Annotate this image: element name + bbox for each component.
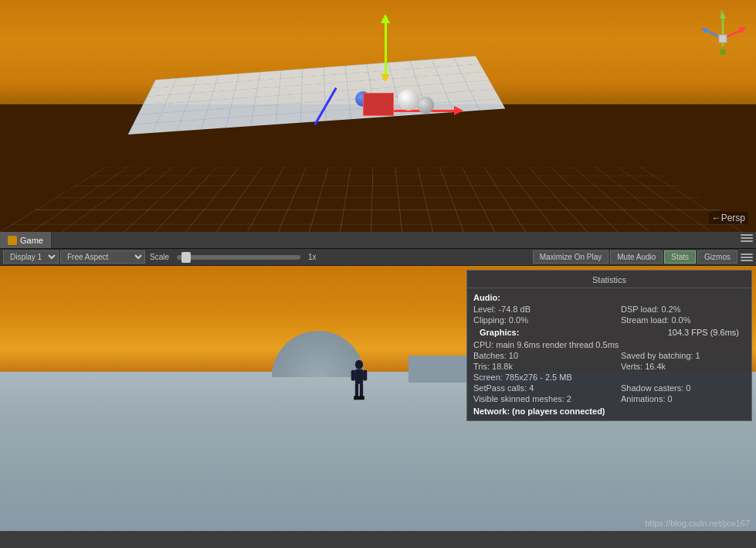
mute-audio-button[interactable]: Mute Audio: [610, 250, 663, 264]
aspect-select[interactable]: Free Aspect: [60, 250, 145, 264]
object-grey-sphere[interactable]: [417, 97, 434, 114]
svg-rect-10: [355, 369, 363, 384]
svg-text:y: y: [720, 8, 724, 15]
game-tab-label: Game: [20, 236, 43, 245]
svg-rect-14: [360, 383, 363, 398]
persp-label: ←Persp: [709, 212, 748, 224]
stats-tris: Tris: 18.8k: [473, 362, 598, 371]
stats-setpass: SetPass calls: 4: [473, 383, 598, 393]
object-red-cube[interactable]: [363, 93, 394, 116]
stats-visible: Visible skinned meshes: 2: [473, 394, 598, 403]
stats-audio-header: Audio:: [467, 291, 751, 304]
stats-animations: Animations: 0: [621, 394, 745, 403]
stats-clipping: Clipping: 0.0%: [473, 315, 598, 325]
stats-cpu: CPU: main 9.6ms render thread 0.5ms: [467, 339, 751, 350]
svg-rect-13: [355, 383, 358, 398]
stats-graphics-header-row: Graphics: 104.3 FPS (9.6ms): [467, 325, 751, 339]
scale-slider[interactable]: [177, 255, 300, 260]
object-white-sphere[interactable]: [398, 89, 419, 111]
gizmo-y-arrow[interactable]: [385, 22, 387, 76]
stats-level: Level: -74.8 dB: [473, 305, 598, 314]
stats-setpass-row: SetPass calls: 4 Shadow casters: 0: [467, 383, 751, 393]
scene-view: y ←Persp: [0, 0, 756, 232]
scene-objects: [355, 85, 448, 124]
stats-graphics-header: Graphics:: [473, 326, 525, 339]
stats-batches: Batches: 10: [473, 351, 598, 360]
game-tab-icon: [8, 236, 17, 245]
stats-network: Network: (no players connected): [467, 404, 751, 417]
orientation-gizmo[interactable]: y: [698, 8, 748, 58]
gizmos-button[interactable]: Gizmos: [697, 250, 737, 264]
svg-point-9: [355, 360, 363, 369]
scale-knob[interactable]: [181, 252, 191, 263]
svg-rect-16: [359, 396, 364, 400]
stats-dsp: DSP load: 0.2%: [621, 305, 745, 314]
svg-rect-12: [363, 370, 367, 381]
svg-point-8: [720, 49, 726, 55]
maximize-on-play-button[interactable]: Maximize On Play: [533, 250, 609, 264]
scale-label: Scale: [147, 253, 172, 261]
stats-visible-row: Visible skinned meshes: 2 Animations: 0: [467, 393, 751, 404]
controls-menu-icon[interactable]: [741, 251, 753, 264]
stats-stream: Stream load: 0.0%: [621, 315, 745, 325]
stats-shadow: Shadow casters: 0: [621, 383, 745, 393]
stats-title: Statistics: [467, 274, 751, 288]
stats-audio-row2: Clipping: 0.0% Stream load: 0.0%: [467, 315, 751, 325]
svg-rect-6: [719, 35, 727, 43]
stats-fps: 104.3 FPS (9.6ms): [662, 326, 745, 339]
game-view: Statistics Audio: Level: -74.8 dB DSP lo…: [0, 266, 756, 531]
game-building: [409, 356, 470, 383]
watermark: https://blog.csdn.net/jxw167: [645, 519, 750, 528]
game-controls-bar: Display 1 Free Aspect Scale 1x Maximize …: [0, 249, 756, 266]
stats-panel: Statistics Audio: Level: -74.8 dB DSP lo…: [466, 270, 752, 421]
display-select[interactable]: Display 1: [3, 250, 59, 264]
svg-marker-5: [701, 28, 707, 34]
stats-tris-row: Tris: 18.8k Verts: 16.4k: [467, 361, 751, 372]
svg-rect-15: [354, 396, 359, 400]
stats-screen: Screen: 785x276 - 2.5 MB: [467, 372, 751, 383]
stats-button[interactable]: Stats: [664, 250, 696, 264]
scale-value: 1x: [305, 253, 320, 261]
game-tab[interactable]: Game: [0, 232, 52, 248]
stats-audio-row1: Level: -74.8 dB DSP load: 0.2%: [467, 304, 751, 315]
stats-verts: Verts: 16.4k: [621, 362, 745, 371]
game-tab-bar: Game: [0, 232, 756, 249]
svg-rect-11: [351, 370, 355, 381]
stats-saved: Saved by batching: 1: [621, 351, 745, 360]
tab-menu-icon[interactable]: [741, 232, 753, 244]
stats-batches-row: Batches: 10 Saved by batching: 1: [467, 350, 751, 361]
game-character: [347, 359, 371, 409]
